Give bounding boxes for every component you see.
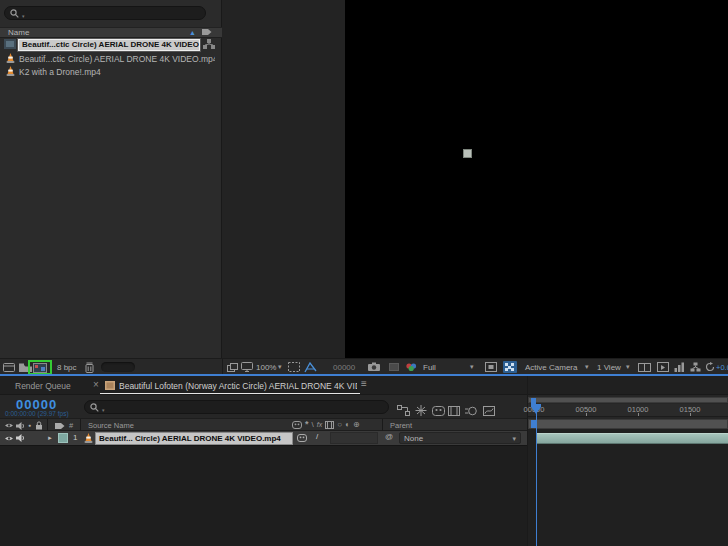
layer-duration-bar[interactable] [537,433,728,444]
bit-depth-selector[interactable]: 8 bpc [57,363,77,372]
search-options-chevron-icon[interactable] [22,5,25,21]
render-progress-well [101,362,135,372]
composition-view[interactable] [345,0,728,358]
empty-layer-area [0,446,527,546]
panel-menu-icon[interactable] [361,379,367,389]
time-ruler[interactable]: 00000 00500 01000 01500 [528,404,728,417]
work-area-bar[interactable] [528,419,728,429]
ruler-tick [638,413,639,416]
layer-source-name[interactable]: Beautif... Circle) AERIAL DRONE 4K VIDEO… [95,432,293,445]
frame-blend-icon [325,421,334,429]
preview-timecode[interactable]: 00000 [333,363,355,372]
exposure-value[interactable]: +0.0 [716,363,728,372]
parent-value: None [404,434,423,443]
time-navigator-bar[interactable] [528,397,728,403]
layer-row[interactable]: 1 Beautif... Circle) AERIAL DRONE 4K VID… [0,431,527,446]
monitor-icon[interactable] [241,362,253,374]
camera-chevron-icon[interactable] [585,363,589,370]
project-item-row[interactable]: K2 with a Drone!.mp4 [0,65,222,78]
expand-layer-arrow[interactable] [47,435,53,441]
transparency-grid-icon[interactable] [503,361,517,375]
timeline-search-input[interactable] [84,400,389,414]
composition-thumbnail-icon [4,39,16,51]
camera-selector[interactable]: Active Camera [525,363,577,372]
quality-icon [312,421,314,429]
track-area[interactable] [528,429,728,546]
project-item-row[interactable]: Beautif...ctic Circle) AERIAL DRONE 4K V… [0,52,222,65]
footer-toolbar: 8 bpc 100% 00000 Full [0,358,728,374]
timeline-tabbar: Render Queue Beautiful Lofoten (Norway A… [0,376,728,395]
view-layout-chevron-icon[interactable] [626,363,630,370]
sort-ascending-icon[interactable] [189,29,196,36]
used-in-network-icon [203,39,215,51]
composition-tab-icon [105,381,115,392]
channel-selector[interactable]: Full [423,363,436,372]
project-search-input[interactable] [4,6,206,20]
adjustment-layer-icon [345,421,350,429]
view-layout-selector[interactable]: 1 View [597,363,621,372]
flowchart-icon[interactable] [690,362,701,374]
parent-chevron-icon [512,435,516,442]
layer-quality-icon[interactable] [316,433,318,441]
playhead-line[interactable] [536,404,537,546]
snapshot-camera-icon[interactable] [368,362,380,373]
resolution-icon[interactable] [485,362,497,374]
collapse-transformations-icon [305,420,309,429]
parent-pickwhip-icon[interactable] [385,433,393,441]
solo-icon[interactable] [28,423,31,428]
search-icon [10,4,19,22]
layer-label-swatch[interactable] [58,433,68,443]
project-item-name[interactable]: Beautif...ctic Circle) AERIAL DRONE 4K V… [19,54,215,64]
magnification-selector[interactable]: 100% [256,363,276,372]
timeline-graph-icon[interactable] [674,362,685,374]
region-of-interest-icon[interactable] [288,362,300,374]
label-column-tag-icon[interactable] [202,28,212,38]
always-preview-icon[interactable] [227,363,238,374]
show-snapshot-icon[interactable] [389,363,399,373]
vlc-footage-icon [6,53,15,65]
pixel-aspect-icon[interactable] [638,363,651,374]
project-item-name[interactable]: Beautif...ctic Circle) AERIAL DRONE 4K V… [18,39,200,51]
composition-viewer-panel [222,0,728,358]
after-effects-window: Name Beautif...ctic Circle) AERIAL DRONE… [0,0,728,546]
composition-content-square [463,149,472,158]
reset-exposure-icon[interactable] [705,362,715,374]
switches-column-icons[interactable]: fx [292,420,360,429]
3d-layer-icon [353,421,360,429]
effects-icon: fx [317,421,322,428]
parent-dropdown[interactable]: None [399,432,521,444]
source-name-column[interactable]: Source Name [88,421,134,430]
search-icon [90,398,99,416]
ruler-tick [586,413,587,416]
project-item-name[interactable]: K2 with a Drone!.mp4 [19,67,215,77]
close-tab-icon[interactable] [93,380,99,390]
tab-render-queue[interactable]: Render Queue [15,381,71,391]
video-eye-icon[interactable] [4,422,14,431]
parent-column[interactable]: Parent [390,421,412,430]
project-column-header[interactable]: Name [0,27,222,38]
fast-previews-icon[interactable] [657,362,669,374]
layer-audio-icon[interactable] [16,434,25,444]
magnification-chevron-icon[interactable] [278,363,282,370]
new-composition-button[interactable] [28,360,52,375]
layer-switch-cells[interactable] [330,432,378,444]
layer-number-column[interactable]: # [69,421,73,430]
layer-column-header: # Source Name fx Parent [0,418,527,431]
project-item-row[interactable]: Beautif...ctic Circle) AERIAL DRONE 4K V… [0,38,222,51]
new-composition-icon [33,363,47,373]
motion-blur-column-icon [337,421,342,429]
project-panel: Name Beautif...ctic Circle) AERIAL DRONE… [0,0,222,358]
vlc-footage-icon [84,433,93,445]
project-settings-icon[interactable] [3,363,15,374]
timecode-detail: 0:00:00:00 (29.97 fps) [5,410,69,417]
layer-number: 1 [73,433,77,442]
panel-divider [222,359,223,375]
channel-rgb-icon[interactable] [405,362,418,374]
layer-video-eye-icon[interactable] [4,435,14,444]
shy-icon [292,421,302,429]
search-options-chevron-icon[interactable] [102,399,105,415]
name-column-label[interactable]: Name [8,28,29,37]
tab-composition[interactable]: Beautiful Lofoten (Norway Arctic Circle)… [119,381,357,391]
channel-chevron-icon[interactable] [470,363,474,370]
layer-shy-icon[interactable] [297,434,307,444]
